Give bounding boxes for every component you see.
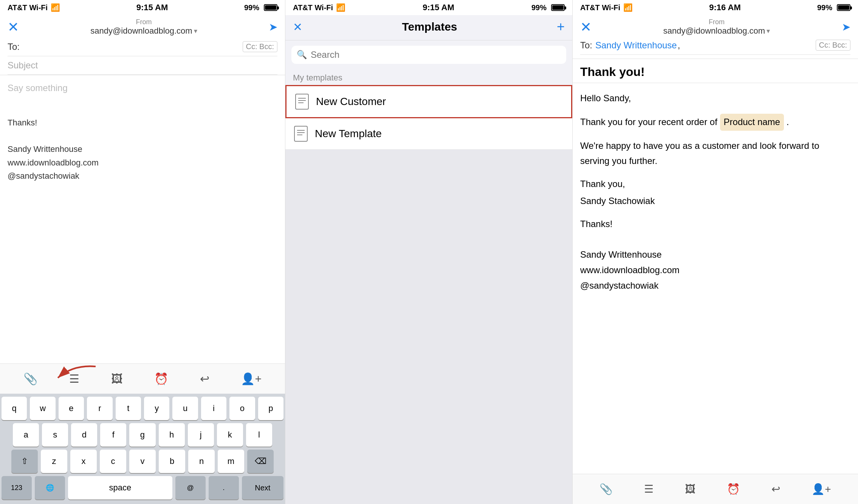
kb-row-3: ⇧ z x c v b n m ⌫ — [2, 450, 283, 473]
key-q[interactable]: q — [2, 397, 27, 420]
right-sign1: Thanks! — [580, 216, 850, 232]
key-y[interactable]: y — [144, 397, 169, 420]
right-para1: Thank you for your recent order of Produ… — [580, 114, 850, 131]
left-signature: Thanks! Sandy Writtenhouse www.idownload… — [8, 116, 277, 182]
left-wifi-icon: 📶 — [51, 3, 60, 12]
key-s[interactable]: s — [42, 423, 68, 447]
key-123[interactable]: 123 — [2, 476, 32, 499]
left-subject-label: Subject — [8, 60, 38, 70]
left-from-center: From sandy@idownloadblog.com ▾ — [90, 18, 197, 36]
key-n[interactable]: n — [188, 450, 215, 473]
key-dot[interactable]: . — [209, 476, 239, 499]
right-closing: Thank you, — [580, 176, 850, 192]
templates-icon[interactable]: ☰ — [69, 372, 79, 385]
left-close-button[interactable]: ✕ — [8, 19, 19, 35]
key-d[interactable]: d — [71, 423, 97, 447]
template-name-new-template: New Template — [315, 128, 382, 140]
key-next[interactable]: Next — [242, 476, 283, 499]
key-at[interactable]: @ — [175, 476, 206, 499]
key-f[interactable]: f — [100, 423, 126, 447]
template-item-new-customer[interactable]: New Customer — [285, 85, 572, 118]
middle-carrier: AT&T Wi-Fi — [293, 3, 333, 12]
left-from-label: From — [136, 18, 152, 26]
middle-status-left: AT&T Wi-Fi 📶 — [293, 3, 345, 12]
svg-rect-5 — [294, 126, 307, 141]
right-add-person-icon[interactable]: 👤+ — [812, 483, 831, 495]
middle-panel: AT&T Wi-Fi 📶 9:15 AM 99% ✕ Templates + 🔍… — [285, 0, 573, 504]
right-image-icon[interactable]: 🖼 — [685, 483, 695, 495]
key-delete[interactable]: ⌫ — [247, 450, 274, 473]
right-close-button[interactable]: ✕ — [580, 19, 592, 35]
key-u[interactable]: u — [172, 397, 198, 420]
right-email-header: ✕ From sandy@idownloadblog.com ▾ ➤ To: S… — [573, 15, 858, 59]
key-i[interactable]: i — [201, 397, 226, 420]
key-e[interactable]: e — [59, 397, 84, 420]
right-para2: We're happy to have you as a customer an… — [580, 138, 850, 169]
right-nav-row: ✕ From sandy@idownloadblog.com ▾ ➤ — [580, 18, 850, 36]
right-from-label: From — [709, 18, 725, 26]
right-dropdown-icon[interactable]: ▾ — [767, 27, 770, 35]
key-p[interactable]: p — [258, 397, 283, 420]
left-status-left: AT&T Wi-Fi 📶 — [8, 3, 60, 12]
left-cc-bcc-button[interactable]: Cc: Bcc: — [243, 41, 277, 52]
right-forward-icon[interactable]: ↩ — [771, 483, 780, 495]
right-clock-icon[interactable]: ⏰ — [727, 483, 740, 495]
right-to-label: To: — [580, 40, 592, 51]
right-carrier: AT&T Wi-Fi — [580, 3, 620, 12]
clock-icon[interactable]: ⏰ — [154, 372, 168, 385]
svg-rect-1 — [296, 94, 308, 109]
right-status-left: AT&T Wi-Fi 📶 — [580, 3, 633, 12]
right-from-address: sandy@idownloadblog.com ▾ — [663, 26, 770, 36]
key-c[interactable]: c — [100, 450, 126, 473]
template-doc-icon-1 — [294, 94, 310, 110]
kb-row-4: 123 🌐 space @ . Next — [2, 476, 283, 499]
key-m[interactable]: m — [218, 450, 244, 473]
right-cc-bcc-button[interactable]: Cc: Bcc: — [816, 40, 850, 51]
left-nav-row: ✕ From sandy@idownloadblog.com ▾ ➤ — [8, 15, 277, 37]
kb-row-2: a s d f g h j k l — [2, 423, 283, 447]
key-x[interactable]: x — [70, 450, 97, 473]
right-battery-icon — [837, 4, 850, 11]
key-space[interactable]: space — [68, 476, 172, 499]
key-h[interactable]: h — [159, 423, 185, 447]
templates-add-button[interactable]: + — [557, 19, 565, 35]
kb-row-1: q w e r t y u i o p — [2, 397, 283, 420]
right-sign4: www.idownloadblog.com — [580, 263, 850, 278]
template-item-new-template[interactable]: New Template — [285, 118, 572, 150]
right-closing-text: Thank you, — [580, 179, 625, 189]
left-dropdown-icon[interactable]: ▾ — [194, 27, 197, 35]
key-z[interactable]: z — [41, 450, 67, 473]
key-v[interactable]: v — [129, 450, 156, 473]
right-greeting: Hello Sandy, — [580, 91, 850, 106]
key-globe[interactable]: 🌐 — [35, 476, 65, 499]
left-battery-icon — [264, 4, 277, 11]
forward-icon[interactable]: ↩ — [200, 372, 209, 385]
right-send-button[interactable]: ➤ — [842, 21, 850, 33]
templates-close-button[interactable]: ✕ — [293, 20, 302, 34]
right-subject: Thank you! — [573, 59, 858, 83]
image-icon[interactable]: 🖼 — [111, 373, 122, 385]
search-input[interactable] — [311, 49, 561, 60]
right-to-value: Sandy Writtenhouse — [595, 40, 677, 51]
left-to-label: To: — [8, 42, 20, 52]
key-r[interactable]: r — [87, 397, 112, 420]
middle-status-bar: AT&T Wi-Fi 📶 9:15 AM 99% — [285, 0, 572, 15]
key-b[interactable]: b — [159, 450, 185, 473]
key-t[interactable]: t — [116, 397, 141, 420]
key-shift[interactable]: ⇧ — [11, 450, 38, 473]
right-attachment-icon[interactable]: 📎 — [599, 483, 613, 495]
left-send-button[interactable]: ➤ — [269, 21, 277, 33]
key-o[interactable]: o — [229, 397, 255, 420]
left-keyboard: q w e r t y u i o p a s d f g h j k l ⇧ … — [0, 394, 285, 504]
key-a[interactable]: a — [13, 423, 39, 447]
right-templates-icon[interactable]: ☰ — [644, 483, 654, 495]
key-g[interactable]: g — [129, 423, 155, 447]
left-time: 9:15 AM — [136, 3, 168, 12]
key-l[interactable]: l — [246, 423, 272, 447]
attachment-icon[interactable]: 📎 — [23, 372, 37, 385]
left-to-input[interactable] — [23, 42, 243, 52]
key-k[interactable]: k — [217, 423, 243, 447]
key-w[interactable]: w — [30, 397, 55, 420]
key-j[interactable]: j — [188, 423, 214, 447]
add-person-icon[interactable]: 👤+ — [241, 372, 262, 385]
